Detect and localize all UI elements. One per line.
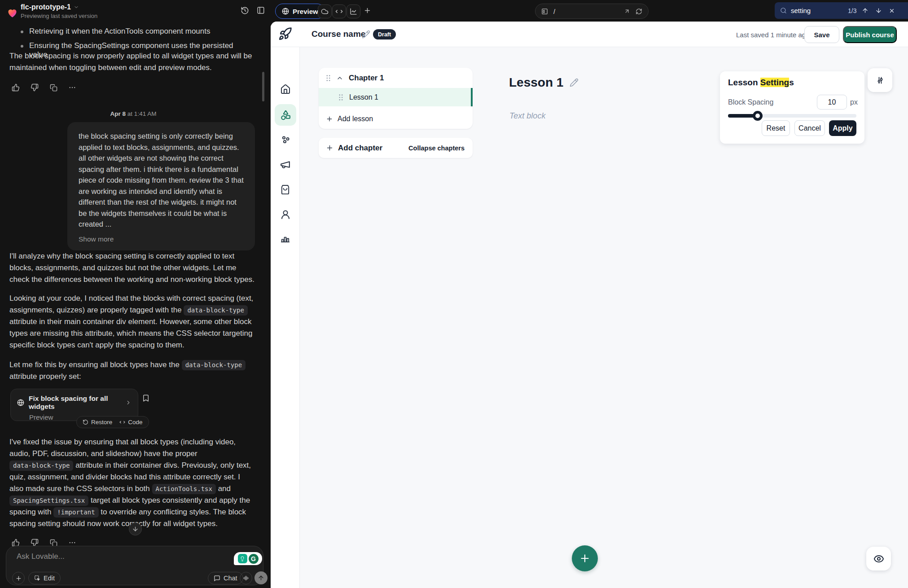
match-count: 1/3: [848, 7, 856, 14]
edit-lesson-title-icon[interactable]: [570, 78, 579, 87]
sidebar-community-icon[interactable]: [271, 134, 300, 145]
collapse-chapters-button[interactable]: Collapse chapters: [408, 145, 465, 152]
thumbs-up-icon[interactable]: [11, 83, 21, 92]
inline-code: data-block-type: [182, 360, 246, 370]
chat-panel: Retrieving it when the ActionTools compo…: [0, 21, 267, 588]
version-card-title: Fix block spacing for all widgets: [29, 395, 116, 411]
app-sidebar: [271, 47, 300, 588]
chapter-header: Chapter 1: [319, 68, 473, 88]
refresh-icon[interactable]: [636, 8, 642, 15]
drag-handle-icon[interactable]: [338, 94, 343, 101]
find-next-icon[interactable]: [874, 7, 883, 14]
show-more-link[interactable]: Show more: [79, 235, 244, 243]
chat-mode-button[interactable]: Chat: [208, 572, 243, 584]
block-spacing-slider[interactable]: [728, 114, 856, 118]
apply-button[interactable]: Apply: [829, 120, 856, 136]
suggestion-bulb-icon: [238, 554, 247, 563]
bookmark-icon[interactable]: [142, 394, 150, 402]
edit-course-name-icon[interactable]: [362, 30, 370, 39]
sidebar-marketing-icon[interactable]: [271, 159, 300, 170]
lesson-heading: Lesson 1: [509, 75, 579, 90]
inline-code: SpacingSettings.tsx: [9, 496, 88, 506]
sidebar-analytics-icon[interactable]: [271, 233, 300, 243]
inline-code: data-block-type: [184, 305, 247, 316]
find-previous-icon[interactable]: [860, 7, 870, 14]
search-icon: [780, 7, 787, 14]
find-input[interactable]: [791, 7, 844, 14]
publish-course-button[interactable]: Publish course: [843, 26, 897, 43]
lesson-item-selected[interactable]: Lesson 1: [319, 88, 473, 106]
copy-icon[interactable]: [48, 83, 58, 92]
close-find-icon[interactable]: [887, 8, 896, 14]
message-actions: [11, 83, 77, 92]
chat-composer[interactable]: G Edit Chat: [6, 546, 263, 585]
add-block-fab[interactable]: [572, 545, 598, 571]
chevron-down-icon: [74, 4, 79, 10]
assistant-paragraph: I've fixed the issue by ensuring that al…: [9, 436, 254, 530]
chapter-card: Chapter 1 Lesson 1 Add lesson: [319, 68, 473, 129]
project-selector[interactable]: flc-prototype-1: [21, 3, 79, 11]
user-message-text: the block spacing setting is only correc…: [79, 131, 244, 230]
block-spacing-label: Block Spacing: [728, 98, 773, 106]
scroll-to-bottom-button[interactable]: [129, 522, 142, 535]
sidebar-content-icon[interactable]: [275, 104, 296, 126]
grammarly-badge[interactable]: G: [234, 552, 262, 565]
chat-scrollbar[interactable]: [262, 72, 264, 101]
lovable-logo-icon: [6, 7, 18, 19]
chat-input[interactable]: [17, 552, 187, 561]
sidebar-store-icon[interactable]: [271, 184, 300, 195]
open-external-icon[interactable]: [624, 8, 630, 14]
add-chapter-bar: Add chapter Collapse chapters: [319, 138, 473, 158]
more-options-icon[interactable]: [67, 83, 77, 92]
preview-eye-button[interactable]: [866, 547, 891, 570]
assistant-paragraph: The block spacing is now properly applie…: [9, 50, 254, 74]
url-bar[interactable]: /: [535, 4, 649, 19]
timestamp: Apr 8 at 1:41 AM: [0, 110, 267, 117]
device-frame-icon: [541, 8, 548, 15]
assistant-paragraph: Let me fix this by ensuring all block ty…: [9, 359, 254, 382]
inline-code: !important: [53, 507, 98, 518]
reset-button[interactable]: Reset: [762, 120, 790, 136]
drag-handle-icon[interactable]: [326, 75, 331, 82]
edit-mode-button[interactable]: Edit: [28, 572, 61, 584]
settings-title: Lesson Settings: [728, 78, 794, 88]
cloud-icon[interactable]: [318, 4, 332, 18]
add-tab-icon[interactable]: [364, 7, 371, 14]
assistant-paragraph: Looking at your code, I noticed that the…: [9, 293, 254, 351]
voice-input-icon[interactable]: [240, 572, 252, 584]
empty-text-block[interactable]: Text block: [509, 111, 545, 121]
inline-code: ActionTools.tsx: [152, 484, 216, 494]
list-item: Retrieving it when the ActionTools compo…: [21, 27, 250, 36]
chapter-title: Chapter 1: [349, 74, 384, 83]
rocket-logo-icon: [278, 27, 292, 41]
sidebar-home-icon[interactable]: [271, 84, 300, 95]
code-icon[interactable]: [332, 4, 346, 18]
add-chapter-button[interactable]: Add chapter: [338, 144, 382, 153]
add-lesson-button[interactable]: Add lesson: [319, 109, 473, 129]
sidebar-profile-icon[interactable]: [271, 209, 300, 220]
code-button[interactable]: Code: [119, 419, 142, 426]
inline-code: data-block-type: [9, 461, 73, 471]
analytics-icon[interactable]: [347, 4, 360, 18]
screen: flc-prototype-1 Previewing last saved ve…: [0, 0, 908, 588]
url-path: /: [553, 8, 618, 15]
collapse-chapter-icon[interactable]: [336, 75, 343, 82]
attach-plus-icon[interactable]: [12, 572, 25, 584]
last-saved-text: Last saved 1 minute ago: [736, 31, 809, 39]
lesson-settings-panel: Lesson Settings Block Spacing 10 px Rese…: [720, 71, 864, 144]
send-button[interactable]: [254, 571, 268, 584]
save-button[interactable]: Save: [804, 26, 839, 43]
version-actions: Restore Code: [76, 416, 149, 428]
block-spacing-input[interactable]: 10: [817, 95, 847, 110]
thumbs-down-icon[interactable]: [30, 83, 39, 92]
restore-button[interactable]: Restore: [83, 419, 112, 426]
chevron-right-icon: [125, 399, 132, 406]
app-preview-window: Course name Draft Last saved 1 minute ag…: [271, 22, 908, 588]
history-icon[interactable]: [241, 6, 249, 15]
settings-sliders-button[interactable]: [868, 68, 892, 92]
panel-layout-icon[interactable]: [257, 6, 265, 14]
app-header: Course name Draft Last saved 1 minute ag…: [271, 22, 908, 47]
unit-label: px: [850, 98, 858, 106]
slider-thumb[interactable]: [753, 111, 763, 121]
cancel-button[interactable]: Cancel: [794, 120, 825, 136]
